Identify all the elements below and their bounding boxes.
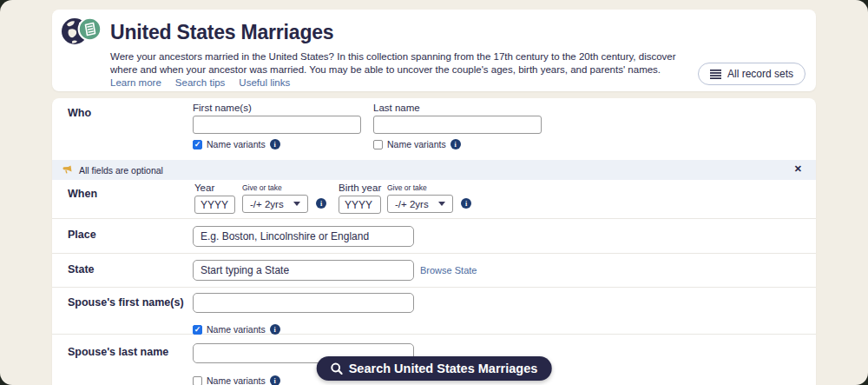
spouse-first-name-label: Spouse's first name(s) [68, 296, 184, 309]
info-icon[interactable] [316, 198, 326, 209]
spouse-last-variants: Name variants [193, 375, 280, 385]
first-name-label: First name(s) [193, 103, 361, 113]
all-record-sets-label: All record sets [727, 68, 793, 80]
spouse-first-variants-checkbox[interactable] [193, 325, 202, 335]
last-name-label: Last name [373, 103, 542, 113]
spouse-first-variants-label: Name variants [207, 324, 266, 335]
collection-description: Were your ancestors married in the Unite… [110, 50, 676, 76]
useful-links-link[interactable]: Useful links [239, 77, 290, 88]
close-icon[interactable] [794, 163, 802, 175]
collection-header-card: United States Marriages Were your ancest… [52, 10, 816, 91]
year-label: Year [194, 183, 235, 193]
first-name-variants: Name variants [193, 139, 361, 149]
spouse-first-name-input[interactable] [193, 293, 414, 313]
spouse-first-variants: Name variants [193, 324, 280, 335]
list-icon [710, 70, 721, 79]
info-icon[interactable] [270, 324, 280, 335]
description-line-2: where and when your ancestor was married… [110, 63, 676, 76]
state-label: State [68, 263, 95, 275]
last-name-variants: Name variants [373, 139, 542, 149]
search-button[interactable]: Search United States Marriages [317, 356, 552, 381]
birth-year-group: Birth year [339, 183, 381, 214]
info-icon[interactable] [270, 375, 280, 385]
description-line-1: Were your ancestors married in the Unite… [110, 50, 676, 63]
search-form-card: Who First name(s) Name variants Last nam… [52, 98, 816, 385]
page-title: United States Marriages [110, 21, 333, 44]
info-icon[interactable] [450, 139, 461, 149]
year-give-or-take-group: Give or take -/+ 2yrs [242, 180, 308, 213]
birth-year-give-or-take-select[interactable]: -/+ 2yrs [387, 195, 453, 213]
birth-year-give-or-take-value: -/+ 2yrs [395, 199, 429, 209]
browse-state-link[interactable]: Browse State [420, 265, 477, 275]
place-input[interactable] [193, 226, 414, 247]
chevron-down-icon [293, 202, 300, 206]
birth-year-give-or-take-label: Give or take [387, 183, 453, 192]
search-button-label: Search United States Marriages [349, 362, 538, 375]
header-links: Learn more Search tips Useful links [110, 77, 290, 88]
birth-year-input[interactable] [339, 196, 381, 214]
last-name-variants-label: Name variants [387, 139, 446, 149]
banner-text: All fields are optional [79, 165, 163, 176]
search-icon [331, 362, 343, 375]
year-give-or-take-value: -/+ 2yrs [250, 199, 284, 209]
year-group: Year [194, 183, 235, 214]
last-name-group: Last name Name variants [373, 103, 542, 149]
first-name-variants-checkbox[interactable] [193, 140, 202, 149]
chevron-down-icon [438, 202, 445, 206]
place-label: Place [68, 229, 96, 241]
who-row: Who First name(s) Name variants Last nam… [52, 98, 816, 160]
all-record-sets-button[interactable]: All record sets [698, 63, 806, 85]
globe-book-icon [61, 17, 102, 50]
birth-year-label: Birth year [339, 183, 381, 193]
when-label: When [68, 188, 97, 200]
info-icon[interactable] [270, 139, 280, 149]
page: United States Marriages Were your ancest… [0, 0, 868, 385]
who-label: Who [68, 107, 91, 119]
first-name-input[interactable] [193, 116, 361, 134]
state-input[interactable] [193, 260, 414, 281]
first-name-group: First name(s) Name variants [193, 103, 361, 149]
when-row: When Year Give or take -/+ 2yrs Birth ye… [52, 180, 816, 219]
year-give-or-take-select[interactable]: -/+ 2yrs [242, 195, 308, 213]
place-row: Place [52, 219, 816, 254]
year-input[interactable] [194, 196, 235, 214]
spouse-first-name-row: Spouse's first name(s) Name variants [52, 288, 816, 335]
spouse-last-name-label: Spouse's last name [68, 346, 168, 358]
megaphone-icon [62, 165, 73, 175]
year-give-or-take-label: Give or take [242, 183, 308, 192]
all-fields-optional-banner: All fields are optional [52, 160, 816, 180]
birth-year-give-or-take-group: Give or take -/+ 2yrs [387, 180, 453, 213]
last-name-input[interactable] [373, 116, 542, 134]
spouse-last-variants-label: Name variants [207, 375, 266, 385]
spouse-last-variants-checkbox[interactable] [193, 376, 202, 385]
search-tips-link[interactable]: Search tips [175, 77, 226, 88]
last-name-variants-checkbox[interactable] [373, 140, 383, 149]
learn-more-link[interactable]: Learn more [110, 77, 161, 88]
info-icon[interactable] [461, 198, 471, 209]
state-row: State Browse State [52, 254, 816, 288]
first-name-variants-label: Name variants [207, 139, 266, 149]
